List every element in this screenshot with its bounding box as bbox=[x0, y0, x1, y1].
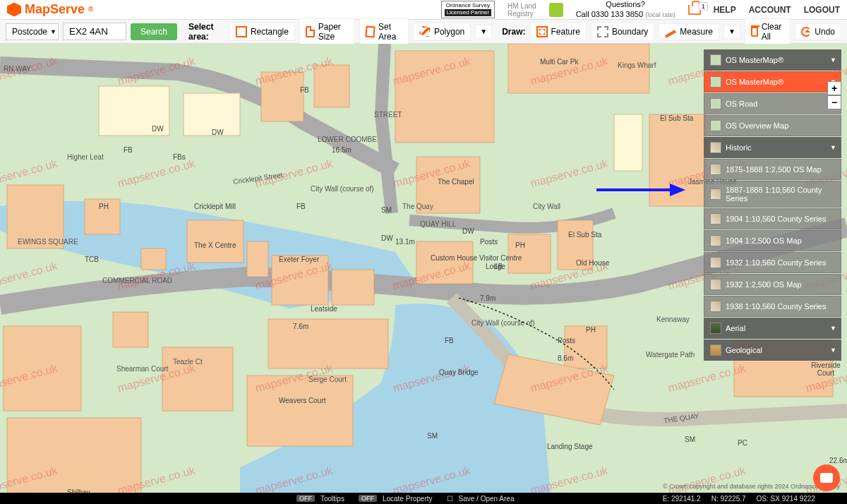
layer-item-2[interactable]: OS Overview Map bbox=[704, 115, 841, 136]
search-input[interactable] bbox=[63, 23, 126, 40]
status-bar: OFF Tooltips OFF Locate Property ☐ Save … bbox=[0, 493, 847, 504]
measure-dropdown[interactable]: ▼ bbox=[723, 24, 740, 39]
search-button[interactable]: Search bbox=[131, 23, 177, 40]
search-type-selector[interactable]: Postcode▼ bbox=[6, 23, 59, 40]
svg-rect-27 bbox=[614, 114, 642, 171]
zoom-controls: + − bbox=[827, 81, 841, 109]
measure-tool[interactable]: Measure bbox=[659, 23, 719, 40]
layer-item-10[interactable]: 1938 1:10,560 County Series bbox=[704, 296, 841, 317]
layer-item-9[interactable]: 1932 1:2,500 OS Map bbox=[704, 274, 841, 295]
layer-item-6[interactable]: 1904 1:10,560 County Series bbox=[704, 208, 841, 229]
easting: E: 292141.2 bbox=[663, 495, 701, 503]
svg-rect-4 bbox=[416, 157, 480, 213]
feature-tool[interactable]: Feature bbox=[530, 23, 587, 41]
boundary-icon bbox=[597, 26, 608, 37]
tooltips-toggle[interactable]: OFF bbox=[296, 495, 315, 502]
layer-panel: OS MasterMap®▼ OS MasterMap®▼OS RoadOS O… bbox=[704, 49, 841, 361]
rectangle-icon bbox=[236, 26, 247, 37]
layer-item-5[interactable]: 1887-1888 1:10,560 County Series bbox=[704, 181, 841, 208]
measure-icon bbox=[665, 30, 676, 37]
layer-item-0[interactable]: OS MasterMap®▼ bbox=[704, 71, 841, 92]
copyright: © Crown copyright and database rights 20… bbox=[663, 483, 840, 490]
setarea-icon bbox=[366, 25, 376, 37]
help-link[interactable]: HELP bbox=[714, 5, 736, 15]
svg-rect-11 bbox=[247, 376, 353, 446]
svg-rect-9 bbox=[332, 270, 374, 305]
layer-item-8[interactable]: 1932 1:10,560 County Series bbox=[704, 252, 841, 273]
logo-icon bbox=[7, 3, 21, 17]
layer-item-11[interactable]: Aerial▼ bbox=[704, 318, 841, 339]
svg-rect-3 bbox=[508, 44, 649, 93]
svg-rect-5 bbox=[416, 241, 473, 284]
brand: MapServe bbox=[25, 2, 85, 17]
toolbar: Postcode▼ Search Select area: Rectangle … bbox=[0, 20, 847, 44]
layer-item-4[interactable]: 1875-1888 1:2,500 OS Map bbox=[704, 159, 841, 180]
layer-item-12[interactable]: Geological▼ bbox=[704, 340, 841, 361]
clear-all-button[interactable]: Clear All bbox=[745, 18, 791, 45]
badge-icon bbox=[549, 3, 563, 17]
polygon-icon bbox=[419, 26, 431, 37]
svg-rect-25 bbox=[99, 86, 169, 136]
questions: Questions? Call 0330 133 3850 (local rat… bbox=[576, 0, 675, 18]
boundary-tool[interactable]: Boundary bbox=[591, 23, 654, 41]
trash-icon bbox=[751, 27, 758, 37]
account-link[interactable]: ACCOUNT bbox=[749, 5, 791, 15]
svg-rect-20 bbox=[141, 248, 166, 270]
paper-icon bbox=[306, 26, 315, 37]
svg-rect-10 bbox=[268, 319, 388, 368]
chat-button[interactable] bbox=[813, 464, 840, 491]
svg-rect-6 bbox=[187, 220, 244, 263]
layer-item-7[interactable]: 1904 1:2,500 OS Map bbox=[704, 230, 841, 251]
land-registry-logo: HM Land Registry bbox=[507, 2, 536, 18]
layer-item-3[interactable]: Historic▼ bbox=[704, 137, 841, 158]
svg-rect-24 bbox=[113, 312, 148, 347]
svg-rect-13 bbox=[558, 220, 593, 270]
logout-link[interactable]: LOGOUT bbox=[804, 5, 840, 15]
undo-button[interactable]: Undo bbox=[795, 23, 841, 40]
svg-rect-15 bbox=[565, 326, 607, 368]
annotation-arrow bbox=[596, 184, 692, 196]
os-ref: OS: SX 9214 9222 bbox=[757, 495, 815, 503]
northing: N: 92225.7 bbox=[711, 495, 746, 503]
partner-badge: Ordnance Survey Licensed Partner bbox=[441, 1, 495, 19]
logo[interactable]: MapServe® bbox=[7, 2, 93, 17]
locate-toggle[interactable]: OFF bbox=[359, 495, 377, 502]
zoom-out-button[interactable]: − bbox=[827, 95, 841, 109]
header: MapServe® Ordnance Survey Licensed Partn… bbox=[0, 0, 847, 20]
polygon-dropdown[interactable]: ▼ bbox=[475, 24, 492, 39]
paper-size-tool[interactable]: Paper Size bbox=[299, 18, 355, 45]
cart-button[interactable]: 1 bbox=[688, 5, 701, 15]
svg-rect-26 bbox=[184, 93, 240, 136]
draw-label: Draw: bbox=[502, 27, 525, 37]
svg-rect-18 bbox=[7, 185, 64, 248]
polygon-tool[interactable]: Polygon bbox=[413, 23, 471, 41]
svg-rect-22 bbox=[7, 418, 141, 493]
cart-count: 1 bbox=[699, 2, 708, 11]
svg-rect-0 bbox=[261, 72, 304, 121]
zoom-in-button[interactable]: + bbox=[827, 81, 841, 95]
select-area-label: Select area: bbox=[188, 22, 225, 42]
set-area-tool[interactable]: Set Area bbox=[359, 18, 409, 45]
rectangle-tool[interactable]: Rectangle bbox=[229, 23, 295, 41]
svg-rect-7 bbox=[247, 241, 268, 277]
svg-rect-12 bbox=[508, 234, 551, 273]
save-open-area[interactable]: Save / Open Area bbox=[459, 495, 515, 503]
svg-rect-21 bbox=[4, 326, 81, 411]
svg-rect-2 bbox=[395, 51, 494, 143]
layer-item-1[interactable]: OS Road bbox=[704, 93, 841, 114]
undo-icon bbox=[801, 27, 811, 37]
svg-rect-19 bbox=[85, 199, 120, 234]
layer-header[interactable]: OS MasterMap®▼ bbox=[704, 49, 841, 71]
svg-rect-23 bbox=[162, 347, 233, 411]
svg-rect-8 bbox=[272, 256, 328, 305]
feature-icon bbox=[536, 26, 548, 37]
svg-rect-1 bbox=[314, 65, 349, 107]
